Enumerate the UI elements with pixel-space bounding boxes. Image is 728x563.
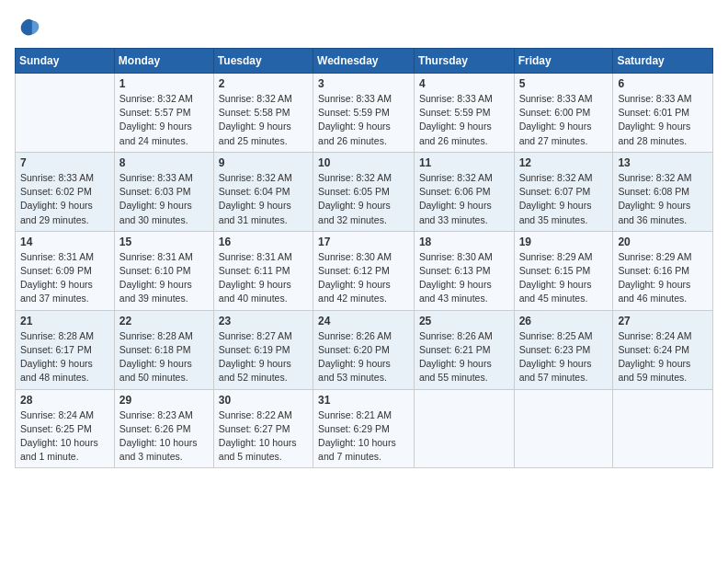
calendar-cell: 11Sunrise: 8:32 AM Sunset: 6:06 PM Dayli… xyxy=(414,152,514,231)
day-info: Sunrise: 8:31 AM Sunset: 6:09 PM Dayligh… xyxy=(20,250,109,306)
calendar-cell: 21Sunrise: 8:28 AM Sunset: 6:17 PM Dayli… xyxy=(16,310,115,389)
day-info: Sunrise: 8:32 AM Sunset: 6:07 PM Dayligh… xyxy=(519,171,609,227)
day-info: Sunrise: 8:32 AM Sunset: 6:04 PM Dayligh… xyxy=(219,171,308,227)
calendar-cell: 4Sunrise: 8:33 AM Sunset: 5:59 PM Daylig… xyxy=(414,74,514,153)
day-info: Sunrise: 8:32 AM Sunset: 6:08 PM Dayligh… xyxy=(618,171,708,227)
calendar-cell: 10Sunrise: 8:32 AM Sunset: 6:05 PM Dayli… xyxy=(313,152,415,231)
calendar-cell: 24Sunrise: 8:26 AM Sunset: 6:20 PM Dayli… xyxy=(313,310,415,389)
calendar-cell: 18Sunrise: 8:30 AM Sunset: 6:13 PM Dayli… xyxy=(414,231,514,310)
day-number: 28 xyxy=(20,394,109,407)
day-number: 15 xyxy=(119,236,209,248)
day-info: Sunrise: 8:32 AM Sunset: 5:58 PM Dayligh… xyxy=(219,92,308,148)
calendar-cell: 5Sunrise: 8:33 AM Sunset: 6:00 PM Daylig… xyxy=(514,74,613,153)
calendar-cell: 6Sunrise: 8:33 AM Sunset: 6:01 PM Daylig… xyxy=(613,74,713,153)
day-number: 8 xyxy=(119,156,209,169)
day-info: Sunrise: 8:28 AM Sunset: 6:17 PM Dayligh… xyxy=(20,329,109,385)
calendar-cell: 27Sunrise: 8:24 AM Sunset: 6:24 PM Dayli… xyxy=(613,310,713,389)
weekday-header-row: SundayMondayTuesdayWednesdayThursdayFrid… xyxy=(16,49,713,74)
day-number: 10 xyxy=(318,156,409,169)
calendar-cell: 7Sunrise: 8:33 AM Sunset: 6:02 PM Daylig… xyxy=(16,152,115,231)
day-number: 7 xyxy=(20,156,109,169)
weekday-header-monday: Monday xyxy=(114,49,213,74)
calendar-cell: 12Sunrise: 8:32 AM Sunset: 6:07 PM Dayli… xyxy=(514,152,613,231)
day-number: 11 xyxy=(419,156,509,169)
day-info: Sunrise: 8:24 AM Sunset: 6:24 PM Dayligh… xyxy=(618,329,708,385)
day-number: 21 xyxy=(20,315,109,327)
weekday-header-thursday: Thursday xyxy=(414,49,514,74)
day-number: 29 xyxy=(119,394,209,407)
calendar-cell: 13Sunrise: 8:32 AM Sunset: 6:08 PM Dayli… xyxy=(613,152,713,231)
day-info: Sunrise: 8:33 AM Sunset: 5:59 PM Dayligh… xyxy=(419,92,509,148)
calendar-cell: 19Sunrise: 8:29 AM Sunset: 6:15 PM Dayli… xyxy=(514,231,613,310)
day-number: 24 xyxy=(318,315,409,327)
calendar-cell: 3Sunrise: 8:33 AM Sunset: 5:59 PM Daylig… xyxy=(313,74,415,153)
day-info: Sunrise: 8:32 AM Sunset: 6:05 PM Dayligh… xyxy=(318,171,409,227)
calendar-week-row: 28Sunrise: 8:24 AM Sunset: 6:25 PM Dayli… xyxy=(16,389,713,468)
calendar-cell: 17Sunrise: 8:30 AM Sunset: 6:12 PM Dayli… xyxy=(313,231,415,310)
day-info: Sunrise: 8:33 AM Sunset: 6:01 PM Dayligh… xyxy=(618,92,708,148)
calendar-cell xyxy=(414,389,514,468)
day-info: Sunrise: 8:24 AM Sunset: 6:25 PM Dayligh… xyxy=(20,408,109,465)
calendar-cell: 16Sunrise: 8:31 AM Sunset: 6:11 PM Dayli… xyxy=(213,231,313,310)
logo xyxy=(15,15,42,40)
day-info: Sunrise: 8:32 AM Sunset: 6:06 PM Dayligh… xyxy=(419,171,509,227)
day-info: Sunrise: 8:26 AM Sunset: 6:20 PM Dayligh… xyxy=(318,329,409,385)
calendar-week-row: 21Sunrise: 8:28 AM Sunset: 6:17 PM Dayli… xyxy=(16,310,713,389)
calendar-cell: 30Sunrise: 8:22 AM Sunset: 6:27 PM Dayli… xyxy=(213,389,313,468)
calendar-cell: 28Sunrise: 8:24 AM Sunset: 6:25 PM Dayli… xyxy=(16,389,115,468)
day-number: 30 xyxy=(219,394,308,407)
day-number: 16 xyxy=(219,236,308,248)
calendar-cell: 23Sunrise: 8:27 AM Sunset: 6:19 PM Dayli… xyxy=(213,310,313,389)
calendar-cell: 14Sunrise: 8:31 AM Sunset: 6:09 PM Dayli… xyxy=(16,231,115,310)
calendar-cell: 22Sunrise: 8:28 AM Sunset: 6:18 PM Dayli… xyxy=(114,310,213,389)
day-number: 14 xyxy=(20,236,109,248)
day-info: Sunrise: 8:26 AM Sunset: 6:21 PM Dayligh… xyxy=(419,329,509,385)
day-number: 4 xyxy=(419,77,509,90)
day-number: 9 xyxy=(219,156,308,169)
calendar-header: SundayMondayTuesdayWednesdayThursdayFrid… xyxy=(16,49,713,74)
day-number: 13 xyxy=(618,156,708,169)
calendar-cell: 31Sunrise: 8:21 AM Sunset: 6:29 PM Dayli… xyxy=(313,389,415,468)
day-info: Sunrise: 8:33 AM Sunset: 6:02 PM Dayligh… xyxy=(20,171,109,227)
day-info: Sunrise: 8:22 AM Sunset: 6:27 PM Dayligh… xyxy=(219,408,308,465)
day-info: Sunrise: 8:29 AM Sunset: 6:15 PM Dayligh… xyxy=(519,250,609,306)
logo-icon xyxy=(17,15,42,40)
day-number: 19 xyxy=(519,236,609,248)
calendar-cell: 25Sunrise: 8:26 AM Sunset: 6:21 PM Dayli… xyxy=(414,310,514,389)
day-info: Sunrise: 8:33 AM Sunset: 5:59 PM Dayligh… xyxy=(318,92,409,148)
calendar-cell xyxy=(514,389,613,468)
day-number: 1 xyxy=(119,77,209,90)
day-info: Sunrise: 8:32 AM Sunset: 5:57 PM Dayligh… xyxy=(119,92,209,148)
calendar-cell: 8Sunrise: 8:33 AM Sunset: 6:03 PM Daylig… xyxy=(114,152,213,231)
weekday-header-friday: Friday xyxy=(514,49,613,74)
weekday-header-tuesday: Tuesday xyxy=(213,49,313,74)
day-number: 5 xyxy=(519,77,609,90)
calendar-cell xyxy=(16,74,115,153)
weekday-header-wednesday: Wednesday xyxy=(313,49,415,74)
day-info: Sunrise: 8:23 AM Sunset: 6:26 PM Dayligh… xyxy=(119,408,209,465)
weekday-header-saturday: Saturday xyxy=(613,49,713,74)
page-header xyxy=(15,15,713,40)
day-number: 17 xyxy=(318,236,409,248)
calendar-cell: 1Sunrise: 8:32 AM Sunset: 5:57 PM Daylig… xyxy=(114,74,213,153)
calendar-week-row: 1Sunrise: 8:32 AM Sunset: 5:57 PM Daylig… xyxy=(16,74,713,153)
calendar-cell: 29Sunrise: 8:23 AM Sunset: 6:26 PM Dayli… xyxy=(114,389,213,468)
day-info: Sunrise: 8:25 AM Sunset: 6:23 PM Dayligh… xyxy=(519,329,609,385)
calendar-body: 1Sunrise: 8:32 AM Sunset: 5:57 PM Daylig… xyxy=(16,74,713,468)
calendar-cell: 2Sunrise: 8:32 AM Sunset: 5:58 PM Daylig… xyxy=(213,74,313,153)
day-info: Sunrise: 8:29 AM Sunset: 6:16 PM Dayligh… xyxy=(618,250,708,306)
day-info: Sunrise: 8:21 AM Sunset: 6:29 PM Dayligh… xyxy=(318,408,409,465)
calendar-cell: 15Sunrise: 8:31 AM Sunset: 6:10 PM Dayli… xyxy=(114,231,213,310)
day-number: 27 xyxy=(618,315,708,327)
day-info: Sunrise: 8:30 AM Sunset: 6:13 PM Dayligh… xyxy=(419,250,509,306)
day-number: 12 xyxy=(519,156,609,169)
weekday-header-sunday: Sunday xyxy=(16,49,115,74)
day-number: 26 xyxy=(519,315,609,327)
day-number: 18 xyxy=(419,236,509,248)
day-info: Sunrise: 8:28 AM Sunset: 6:18 PM Dayligh… xyxy=(119,329,209,385)
calendar-cell: 26Sunrise: 8:25 AM Sunset: 6:23 PM Dayli… xyxy=(514,310,613,389)
day-number: 3 xyxy=(318,77,409,90)
day-info: Sunrise: 8:31 AM Sunset: 6:10 PM Dayligh… xyxy=(119,250,209,306)
calendar-week-row: 7Sunrise: 8:33 AM Sunset: 6:02 PM Daylig… xyxy=(16,152,713,231)
day-number: 23 xyxy=(219,315,308,327)
